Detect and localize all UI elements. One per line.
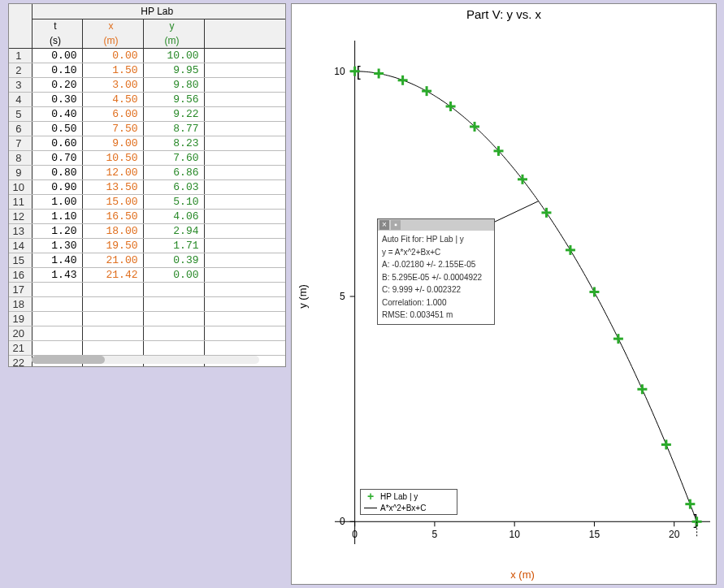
cell-empty[interactable] [204, 253, 285, 267]
cell-t[interactable]: 0.70 [32, 150, 82, 165]
cell-t[interactable]: 1.43 [32, 267, 82, 282]
cell-x[interactable]: 4.50 [82, 92, 143, 106]
cell-empty[interactable] [204, 311, 285, 326]
cell-y[interactable]: 1.71 [143, 238, 204, 253]
cell-empty[interactable] [204, 194, 285, 209]
row-index[interactable]: 17 [9, 282, 32, 296]
row-index[interactable]: 4 [9, 92, 32, 106]
table-row[interactable]: 17 [9, 282, 285, 296]
row-index[interactable]: 12 [9, 209, 32, 223]
horizontal-scrollbar[interactable] [32, 356, 259, 364]
row-index[interactable]: 1 [9, 48, 32, 63]
close-icon[interactable]: × [379, 220, 389, 230]
table-row[interactable]: 80.7010.507.60 [9, 150, 285, 165]
row-index[interactable]: 13 [9, 223, 32, 238]
cell-t[interactable] [32, 296, 82, 311]
cell-t[interactable]: 1.20 [32, 223, 82, 238]
row-index[interactable]: 5 [9, 106, 32, 121]
cell-x[interactable]: 12.00 [82, 165, 143, 179]
legend-row-fit[interactable]: A*x^2+Bx+C [361, 502, 457, 513]
row-index[interactable]: 2 [9, 63, 32, 77]
cell-t[interactable]: 0.30 [32, 92, 82, 106]
cell-y[interactable] [143, 282, 204, 296]
cell-x[interactable]: 7.50 [82, 121, 143, 136]
row-index[interactable]: 6 [9, 121, 32, 136]
cell-empty[interactable] [204, 267, 285, 282]
cell-empty[interactable] [204, 223, 285, 238]
cell-y[interactable]: 8.77 [143, 121, 204, 136]
table-row[interactable]: 121.1016.504.06 [9, 209, 285, 223]
fit-box-header[interactable]: × ▪ [378, 219, 494, 231]
table-row[interactable]: 161.4321.420.00 [9, 267, 285, 282]
cell-empty[interactable] [204, 238, 285, 253]
cell-empty[interactable] [204, 340, 285, 355]
table-row[interactable]: 50.406.009.22 [9, 106, 285, 121]
cell-t[interactable] [32, 340, 82, 355]
table-row[interactable]: 18 [9, 296, 285, 311]
row-index[interactable]: 7 [9, 136, 32, 150]
cell-x[interactable] [82, 340, 143, 355]
table-row[interactable]: 40.304.509.56 [9, 92, 285, 106]
cell-empty[interactable] [204, 179, 285, 194]
cell-x[interactable]: 15.00 [82, 194, 143, 209]
legend-box[interactable]: + HP Lab | y A*x^2+Bx+C [360, 489, 457, 515]
table-row[interactable]: 30.203.009.80 [9, 77, 285, 92]
cell-x[interactable] [82, 311, 143, 326]
cell-y[interactable]: 5.10 [143, 194, 204, 209]
col-y-name[interactable]: y [143, 19, 204, 33]
cell-y[interactable] [143, 340, 204, 355]
col-x-name[interactable]: x [82, 19, 143, 33]
row-index[interactable]: 19 [9, 311, 32, 326]
cell-y[interactable]: 10.00 [143, 48, 204, 63]
options-icon[interactable]: ▪ [391, 220, 401, 230]
legend-row-series[interactable]: + HP Lab | y [361, 491, 457, 502]
cell-y[interactable]: 9.80 [143, 77, 204, 92]
row-index[interactable]: 22 [9, 355, 32, 367]
cell-y[interactable]: 9.95 [143, 63, 204, 77]
cell-t[interactable]: 0.40 [32, 106, 82, 121]
cell-y[interactable]: 7.60 [143, 150, 204, 165]
row-index[interactable]: 9 [9, 165, 32, 179]
cell-y[interactable]: 6.03 [143, 179, 204, 194]
cell-x[interactable]: 3.00 [82, 77, 143, 92]
row-index[interactable]: 8 [9, 150, 32, 165]
cell-y[interactable]: 4.06 [143, 209, 204, 223]
cell-t[interactable]: 0.60 [32, 136, 82, 150]
cell-empty[interactable] [204, 326, 285, 340]
table-row[interactable]: 10.000.0010.00 [9, 48, 285, 63]
row-index[interactable]: 11 [9, 194, 32, 209]
cell-empty[interactable] [204, 282, 285, 296]
cell-t[interactable]: 1.30 [32, 238, 82, 253]
cell-y[interactable]: 9.22 [143, 106, 204, 121]
table-row[interactable]: 60.507.508.77 [9, 121, 285, 136]
cell-x[interactable] [82, 326, 143, 340]
cell-empty[interactable] [204, 63, 285, 77]
cell-empty[interactable] [204, 121, 285, 136]
cell-empty[interactable] [204, 165, 285, 179]
cell-t[interactable]: 0.00 [32, 48, 82, 63]
cell-x[interactable]: 6.00 [82, 106, 143, 121]
table-row[interactable]: 19 [9, 311, 285, 326]
data-table[interactable]: HP Lab t x y (s) (m) (m) 10.000.0010.002… [9, 4, 285, 367]
cell-y[interactable]: 8.23 [143, 136, 204, 150]
cell-y[interactable] [143, 311, 204, 326]
cell-empty[interactable] [204, 48, 285, 63]
cell-y[interactable]: 0.00 [143, 267, 204, 282]
cell-t[interactable] [32, 326, 82, 340]
cell-x[interactable]: 18.00 [82, 223, 143, 238]
cell-empty[interactable] [204, 150, 285, 165]
cell-empty[interactable] [204, 77, 285, 92]
cell-t[interactable] [32, 311, 82, 326]
row-index[interactable]: 15 [9, 253, 32, 267]
cell-empty[interactable] [204, 92, 285, 106]
cell-x[interactable]: 10.50 [82, 150, 143, 165]
table-row[interactable]: 90.8012.006.86 [9, 165, 285, 179]
cell-t[interactable]: 0.20 [32, 77, 82, 92]
table-row[interactable]: 20 [9, 326, 285, 340]
cell-empty[interactable] [204, 296, 285, 311]
cell-y[interactable] [143, 296, 204, 311]
table-row[interactable]: 151.4021.000.39 [9, 253, 285, 267]
cell-t[interactable]: 1.00 [32, 194, 82, 209]
cell-x[interactable]: 19.50 [82, 238, 143, 253]
cell-x[interactable] [82, 296, 143, 311]
